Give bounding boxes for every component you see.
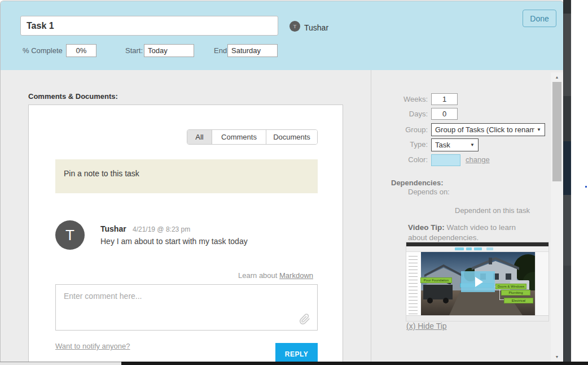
video-tip-thumbnail[interactable]: Pour Foundation Doors & Windows Plumbing…	[406, 242, 548, 321]
group-select[interactable]: Group of Tasks (Click to renam ▼	[431, 123, 545, 136]
comment-text: Hey I am about to start with my task tod…	[100, 237, 248, 246]
group-select-value: Group of Tasks (Click to renam	[435, 125, 534, 134]
type-select[interactable]: Task ▼	[431, 138, 479, 151]
dependencies-title: Dependencies:	[391, 179, 443, 187]
scrollbar-thumb[interactable]	[552, 82, 561, 181]
dependent-on-task-label: Dependent on this task	[455, 206, 530, 215]
modal-header: T Tushar Done % Complete Start: End:	[1, 1, 563, 70]
tab-comments[interactable]: Comments	[212, 130, 266, 144]
hide-tip-link[interactable]: (x) Hide Tip	[406, 321, 447, 331]
chevron-down-icon: ▼	[537, 127, 541, 132]
video-tip-bold: Video Tip:	[408, 223, 445, 232]
comment-author: Tushar	[100, 224, 126, 233]
pane-divider	[371, 70, 371, 362]
gantt-bar-label: Plumbing	[501, 290, 530, 296]
assignee-avatar-initial: T	[293, 24, 297, 29]
end-label: End:	[214, 46, 229, 55]
background-page-strip	[563, 0, 571, 362]
assignee-name: Tushar	[304, 23, 328, 32]
comments-card: All Comments Documents Pin a note to thi…	[28, 105, 343, 362]
thumbnail-footer	[406, 315, 548, 321]
tab-documents[interactable]: Documents	[266, 130, 317, 144]
percent-complete-label: % Complete	[23, 46, 63, 55]
depends-on-label: Depends on:	[408, 188, 450, 196]
comment-avatar-initial: T	[65, 227, 74, 244]
group-label: Group:	[372, 125, 428, 134]
weeks-input[interactable]	[431, 93, 458, 105]
color-change-link[interactable]: change	[466, 155, 490, 164]
type-select-value: Task	[435, 141, 468, 149]
tab-all[interactable]: All	[187, 130, 212, 144]
reply-button[interactable]: REPLY	[275, 343, 318, 362]
comments-section-title: Comments & Documents:	[28, 92, 118, 101]
comment-timestamp: 4/21/19 @ 8:23 pm	[133, 225, 190, 233]
task-detail-modal: T Tushar Done % Complete Start: End: Com…	[1, 1, 563, 362]
weeks-label: Weeks:	[372, 95, 428, 103]
assignee-avatar[interactable]: T	[289, 21, 300, 32]
type-label: Type:	[372, 140, 428, 149]
scroll-up-arrow-icon[interactable]: ▲	[551, 75, 563, 79]
thumbnail-task-list	[406, 252, 421, 315]
pinned-note-field[interactable]: Pin a note to this task	[55, 159, 318, 193]
scroll-down-arrow-icon[interactable]: ▼	[551, 355, 563, 359]
background-dot	[585, 186, 587, 188]
background-bottom-bar	[121, 362, 588, 365]
markdown-hint-prefix: Learn about	[238, 271, 279, 280]
task-name-input[interactable]	[20, 16, 278, 36]
comment-avatar: T	[55, 220, 85, 250]
markdown-hint: Learn about Markdown	[238, 271, 313, 280]
markdown-link[interactable]: Markdown	[279, 271, 313, 280]
thumbnail-toolbar-button	[466, 247, 472, 250]
gantt-bar-label: Electrical	[504, 298, 533, 303]
comment-input[interactable]	[55, 284, 318, 331]
gantt-bar-label: Pour Foundation	[420, 277, 452, 283]
percent-complete-input[interactable]	[66, 44, 96, 57]
start-label: Start:	[125, 46, 143, 55]
gantt-bar-label: Doors & Windows	[495, 284, 526, 289]
thumbnail-toolbar	[406, 246, 548, 252]
done-button[interactable]: Done	[523, 10, 556, 27]
play-icon	[475, 277, 483, 287]
comments-filter-tabs: All Comments Documents	[187, 129, 318, 145]
chevron-down-icon: ▼	[470, 142, 475, 147]
start-date-input[interactable]	[144, 44, 194, 57]
color-label: Color:	[372, 155, 428, 164]
days-label: Days:	[372, 110, 428, 118]
thumbnail-toolbar-button	[455, 247, 464, 250]
task-detail-screen: T Tushar Done % Complete Start: End: Com…	[0, 0, 588, 365]
days-input[interactable]	[431, 108, 458, 120]
notify-anyone-link[interactable]: Want to notify anyone?	[55, 342, 130, 350]
paperclip-icon[interactable]	[299, 314, 310, 325]
thumbnail-toolbar-button	[474, 247, 482, 250]
thumbnail-titlebar	[406, 242, 548, 246]
video-tip-text: Video Tip: Watch video to learn about de…	[408, 223, 534, 242]
task-color-swatch[interactable]	[431, 154, 460, 166]
background-bottom-bar-left	[0, 362, 121, 365]
end-date-input[interactable]	[227, 44, 278, 57]
thumbnail-toolbar-button	[486, 247, 493, 250]
sidebar-scrollbar[interactable]: ▲ ▼	[551, 72, 563, 362]
play-button[interactable]	[461, 271, 495, 292]
thumbnail-gantt-margin	[535, 252, 548, 315]
